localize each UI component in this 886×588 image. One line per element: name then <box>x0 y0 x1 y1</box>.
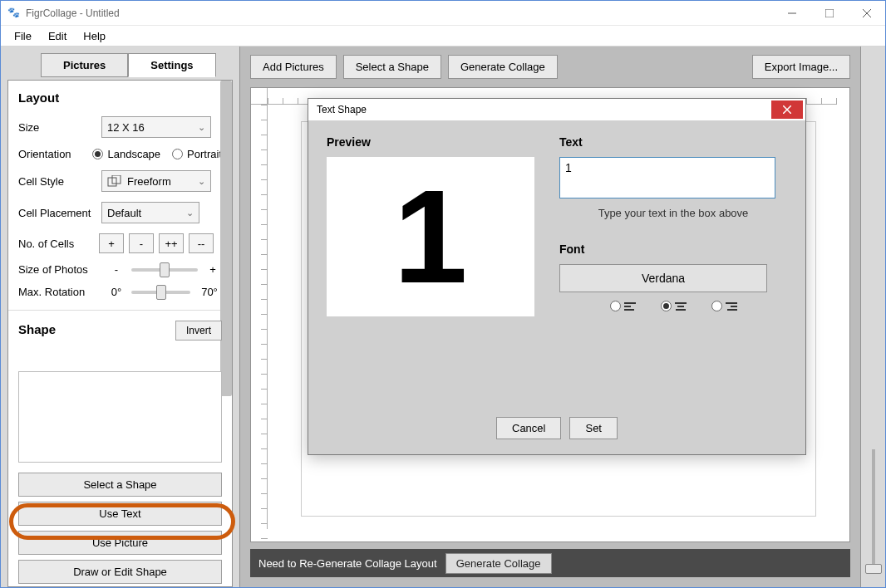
radio-icon <box>610 301 621 311</box>
app-icon: 🐾 <box>7 7 21 20</box>
select-shape-toolbar-button[interactable]: Select a Shape <box>343 55 441 79</box>
dialog-close-button[interactable] <box>771 100 803 119</box>
photo-size-min: - <box>108 263 125 276</box>
export-image-button[interactable]: Export Image... <box>752 55 850 79</box>
align-right[interactable] <box>711 301 737 311</box>
titlebar: 🐾 FigrCollage - Untitled <box>1 1 885 26</box>
draw-edit-shape-button[interactable]: Draw or Edit Shape <box>18 560 222 584</box>
radio-icon <box>661 301 672 311</box>
chevron-down-icon: ⌄ <box>198 176 205 187</box>
rotation-max: 70° <box>197 286 222 298</box>
cells-dec-button[interactable]: - <box>129 233 154 253</box>
layout-heading: Layout <box>8 81 232 111</box>
photo-size-slider[interactable] <box>131 268 198 272</box>
tab-pictures[interactable]: Pictures <box>41 53 128 77</box>
rotation-label: Max. Rotation <box>18 286 101 298</box>
text-preview: 1 <box>327 157 534 316</box>
cells-inc2-button[interactable]: ++ <box>159 233 184 253</box>
settings-panel: Pictures Settings Layout Size 12 X 16⌄ O… <box>1 47 240 587</box>
text-shape-dialog: Text Shape Preview 1 Text Type your text… <box>308 98 806 455</box>
close-button[interactable] <box>848 1 885 25</box>
cells-dec2-button[interactable]: -- <box>189 233 214 253</box>
add-pictures-button[interactable]: Add Pictures <box>250 55 337 79</box>
align-left-icon <box>624 302 636 311</box>
status-generate-button[interactable]: Generate Collage <box>445 553 552 574</box>
status-message: Need to Re-Generate Collage Layout <box>258 557 437 570</box>
maximize-button[interactable] <box>810 1 848 25</box>
chevron-down-icon: ⌄ <box>186 208 194 218</box>
dialog-title: Text Shape <box>317 104 367 115</box>
align-left[interactable] <box>610 301 636 311</box>
cell-style-select[interactable]: Freeform ⌄ <box>101 170 211 192</box>
zoom-slider[interactable] <box>861 449 885 574</box>
preview-glyph: 1 <box>394 170 468 303</box>
size-select[interactable]: 12 X 16⌄ <box>101 116 211 138</box>
rotation-slider[interactable] <box>131 291 190 294</box>
dialog-titlebar[interactable]: Text Shape <box>308 99 805 120</box>
zoom-strip <box>860 47 885 587</box>
align-center-icon <box>675 302 687 311</box>
minimize-button[interactable] <box>773 1 810 25</box>
radio-icon <box>92 149 103 159</box>
use-text-button[interactable]: Use Text <box>18 502 222 526</box>
cells-label: No. of Cells <box>18 238 101 250</box>
preview-label: Preview <box>327 135 534 149</box>
menu-help[interactable]: Help <box>75 28 114 44</box>
freeform-icon <box>107 175 122 187</box>
top-toolbar: Add Pictures Select a Shape Generate Col… <box>240 47 860 87</box>
chevron-down-icon: ⌄ <box>198 122 205 133</box>
font-label: Font <box>559 243 787 256</box>
cell-style-label: Cell Style <box>18 175 101 188</box>
radio-icon <box>711 301 722 311</box>
close-icon <box>783 105 791 114</box>
window-title: FigrCollage - Untitled <box>26 7 773 19</box>
shape-preview <box>18 371 222 463</box>
cancel-button[interactable]: Cancel <box>496 417 561 439</box>
window-controls <box>773 1 885 25</box>
menu-file[interactable]: File <box>6 28 40 44</box>
text-input[interactable] <box>559 157 775 198</box>
size-label: Size <box>18 121 101 134</box>
cells-inc-button[interactable]: + <box>99 233 124 253</box>
menu-edit[interactable]: Edit <box>40 28 75 44</box>
generate-collage-button[interactable]: Generate Collage <box>448 55 558 79</box>
rotation-min: 0° <box>108 286 125 298</box>
align-right-icon <box>726 302 737 311</box>
orientation-landscape[interactable]: Landscape <box>92 148 160 160</box>
cell-placement-label: Cell Placement <box>18 207 101 219</box>
orientation-label: Orientation <box>18 148 92 160</box>
svg-rect-1 <box>825 9 834 17</box>
photo-size-max: + <box>204 263 221 276</box>
select-shape-button[interactable]: Select a Shape <box>18 473 222 497</box>
status-bar: Need to Re-Generate Collage Layout Gener… <box>250 549 850 577</box>
text-hint: Type your text in the box above <box>559 207 787 219</box>
text-label: Text <box>559 135 787 149</box>
use-picture-button[interactable]: Use Picture <box>18 531 222 555</box>
photo-size-label: Size of Photos <box>18 263 101 276</box>
tab-settings[interactable]: Settings <box>128 53 215 77</box>
orientation-portrait[interactable]: Portrait <box>172 148 222 160</box>
cell-placement-select[interactable]: Default⌄ <box>101 202 199 223</box>
radio-icon <box>172 149 183 159</box>
set-button[interactable]: Set <box>569 417 618 439</box>
ruler-vertical <box>251 88 268 529</box>
invert-button[interactable]: Invert <box>175 321 222 341</box>
menubar: File Edit Help <box>1 26 885 47</box>
font-select-button[interactable]: Verdana <box>559 264 767 292</box>
align-center[interactable] <box>661 301 687 311</box>
